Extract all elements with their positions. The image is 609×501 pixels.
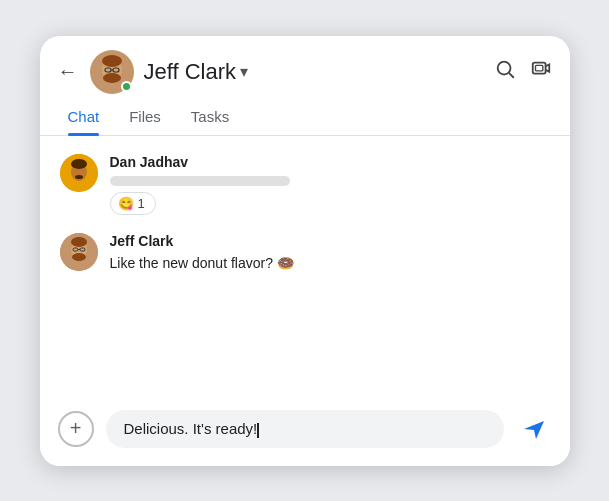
search-icon[interactable] — [494, 58, 516, 85]
add-button[interactable]: + — [58, 411, 94, 447]
input-value-text: Delicious. It's ready! — [124, 420, 258, 437]
message-input-text[interactable]: Delicious. It's ready! — [124, 420, 486, 438]
dan-sender-name: Dan Jadhav — [110, 154, 290, 170]
send-button[interactable] — [516, 411, 552, 447]
message-input-wrap[interactable]: Delicious. It's ready! — [106, 410, 504, 448]
jeff-message-content: Jeff Clark Like the new donut flavor? 🍩 — [110, 233, 294, 271]
message-placeholder-bar — [110, 176, 290, 186]
svg-point-14 — [75, 175, 83, 179]
message-row: Jeff Clark Like the new donut flavor? 🍩 — [60, 233, 550, 271]
online-indicator — [121, 81, 132, 92]
svg-point-2 — [102, 55, 122, 67]
back-button[interactable]: ← — [58, 60, 78, 83]
reaction-badge[interactable]: 😋 1 — [110, 192, 156, 215]
text-cursor — [257, 423, 259, 438]
dan-message-content: Dan Jadhav 😋 1 — [110, 154, 290, 215]
tab-tasks[interactable]: Tasks — [191, 108, 229, 135]
jeff-sender-name: Jeff Clark — [110, 233, 294, 249]
avatar-jeff-header — [90, 50, 134, 94]
chat-header: ← Jeff Clark ▾ — [40, 36, 570, 94]
reaction-count: 1 — [138, 196, 145, 211]
send-icon — [522, 417, 546, 441]
header-actions — [494, 58, 552, 85]
message-row: Dan Jadhav 😋 1 — [60, 154, 550, 215]
chat-card: ← Jeff Clark ▾ — [40, 36, 570, 466]
contact-name[interactable]: Jeff Clark ▾ — [144, 59, 249, 85]
jeff-avatar-small-image — [60, 233, 98, 271]
svg-point-3 — [103, 73, 121, 83]
tab-bar: Chat Files Tasks — [40, 98, 570, 136]
popup-video-icon[interactable] — [530, 58, 552, 85]
tab-files-label: Files — [129, 108, 161, 125]
svg-point-18 — [72, 253, 86, 261]
tab-files[interactable]: Files — [129, 108, 161, 135]
tab-chat[interactable]: Chat — [68, 108, 100, 135]
svg-marker-22 — [524, 421, 544, 439]
dan-avatar-image — [60, 154, 98, 192]
dropdown-arrow-icon[interactable]: ▾ — [240, 62, 248, 81]
jeff-message-text: Like the new donut flavor? 🍩 — [110, 255, 294, 271]
messages-area: Dan Jadhav 😋 1 — [40, 136, 570, 398]
reaction-emoji: 😋 — [118, 196, 134, 211]
svg-rect-9 — [532, 63, 545, 74]
tab-chat-label: Chat — [68, 108, 100, 125]
contact-name-text: Jeff Clark — [144, 59, 237, 85]
svg-point-17 — [71, 237, 87, 247]
tab-tasks-label: Tasks — [191, 108, 229, 125]
dan-avatar — [60, 154, 98, 192]
jeff-avatar-sm — [60, 233, 98, 271]
svg-line-8 — [509, 73, 513, 77]
input-bar: + Delicious. It's ready! — [40, 398, 570, 466]
svg-point-13 — [71, 159, 87, 169]
svg-rect-10 — [535, 65, 542, 71]
